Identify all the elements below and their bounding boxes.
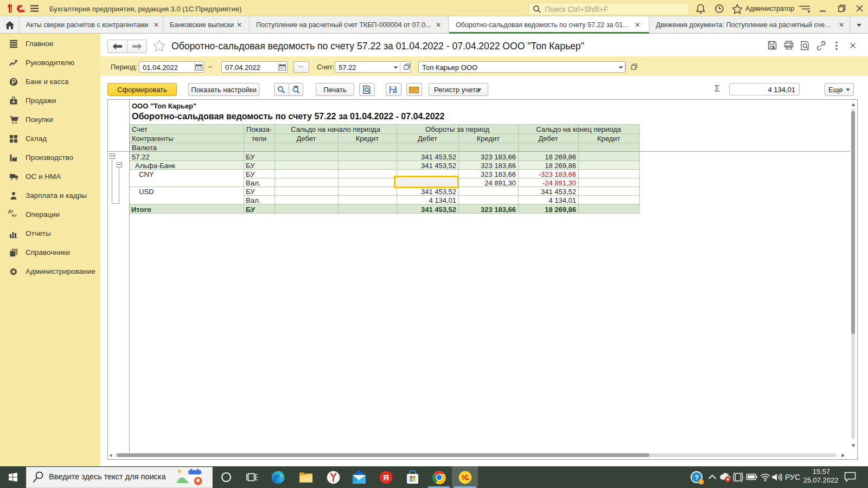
svg-text:?: ?	[694, 473, 699, 481]
svg-text:Я: Я	[383, 473, 389, 482]
svg-text:!: !	[700, 480, 702, 485]
